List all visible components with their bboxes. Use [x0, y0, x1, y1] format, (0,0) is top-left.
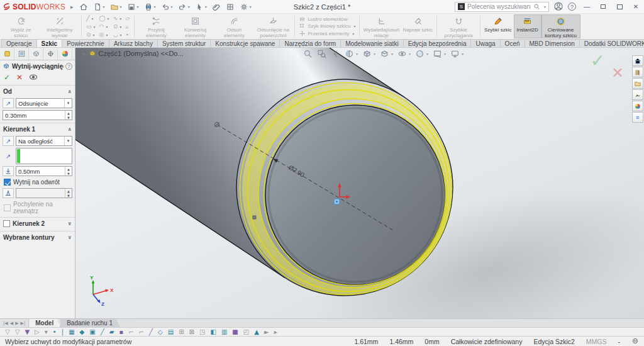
open-icon[interactable]: ▾ — [108, 1, 124, 13]
selection-filter-icon-3[interactable]: ▼ — [25, 329, 30, 335]
hide-show-icon[interactable]: ▾ — [397, 49, 411, 59]
command-tab-edycja-bezpo-rednia[interactable]: Edycja bezpośrednia — [403, 39, 472, 47]
command-tab-arkusz-blachy[interactable]: Arkusz blachy — [109, 39, 158, 47]
linear-sketch-pattern-button[interactable]: Szyk liniowy szkicu ▾ — [297, 23, 357, 30]
selection-filter-icon-9[interactable]: ◆ — [80, 329, 85, 335]
section-selected-contours[interactable]: Wybrane kontury∨ — [0, 232, 75, 242]
cylinder-face[interactable] — [265, 105, 445, 285]
sketch-tool-12[interactable]: ∙ — [125, 31, 131, 38]
attach-icon[interactable] — [210, 1, 223, 13]
feature-tree-root[interactable]: ▸ Część1 (Domyślna) <<Do... — [83, 50, 184, 57]
command-tab-mbd-dimension[interactable]: MBD Dimension — [525, 39, 580, 47]
tab-scroll-3[interactable]: ▶ — [15, 321, 18, 326]
zoom-fit-icon[interactable] — [303, 49, 313, 59]
draft-button[interactable] — [3, 188, 14, 198]
selection-filter-icon-27[interactable]: ► — [264, 329, 269, 335]
property-manager-tab[interactable] — [14, 48, 29, 60]
trim-entities-button[interactable]: Przytnij elementy ▾ — [136, 14, 175, 38]
sketch-tool-4[interactable]: ◯▾ — [98, 14, 111, 22]
selection-filter-icon-17[interactable]: ◇ — [158, 329, 163, 335]
resources-icon[interactable] — [632, 55, 643, 66]
draft-angle-input[interactable]: ▲▼ — [16, 188, 72, 198]
feature-manager-tab[interactable] — [0, 48, 14, 60]
tab-scroll-4[interactable]: ▶| — [21, 321, 26, 326]
selection-filter-icon-2[interactable]: ▽ — [15, 329, 20, 335]
mirror-entities-button[interactable]: Lustro elementów — [297, 16, 357, 23]
graphics-viewport[interactable]: Ø2.90 Y X — [75, 48, 644, 318]
close-button[interactable]: ✕ — [630, 2, 641, 12]
selection-filter-icon-15[interactable]: ⌐ — [139, 329, 144, 335]
selection-filter-icon-4[interactable]: ▷ — [35, 329, 40, 335]
collapse-icon[interactable]: ∧ — [68, 126, 72, 132]
file-explorer-icon[interactable] — [632, 78, 643, 89]
sketch-tool-5[interactable]: ◠▾ — [98, 23, 111, 30]
selection-filter-icon-7[interactable]: | — [62, 329, 64, 335]
section-from[interactable]: Od∧ — [0, 86, 75, 96]
confirm-cancel-icon[interactable]: ✕ — [611, 64, 624, 82]
command-tab-szkic[interactable]: Szkic — [36, 39, 63, 47]
selection-filter-icon-19[interactable]: ⊞ — [179, 329, 184, 335]
undo-icon[interactable]: ▾ — [159, 1, 175, 13]
direction-reference-listbox[interactable] — [16, 148, 72, 164]
selection-filter-icon-20[interactable]: ⊠ — [189, 329, 194, 335]
tree-expand-icon[interactable]: ▸ — [83, 50, 86, 57]
shaded-sketch-contours-button[interactable]: Cieniowane kontury szkicu — [541, 14, 580, 38]
section-direction1[interactable]: Kierunek 1∧ — [0, 123, 75, 134]
configuration-manager-tab[interactable] — [29, 48, 43, 60]
selection-filter-icon-23[interactable]: ▥ — [221, 329, 227, 335]
previous-view-icon[interactable] — [331, 49, 340, 59]
selection-filter-icon-28[interactable]: ▸ — [274, 329, 277, 335]
selection-filter-icon-16[interactable]: ╱ — [149, 329, 153, 335]
smart-dimension-button[interactable]: Inteligentny wymiar ▾ — [40, 14, 79, 38]
selection-filter-icon-21[interactable]: ◳ — [199, 329, 205, 335]
selection-filter-icon-26[interactable]: ▲ — [254, 329, 259, 335]
zoom-area-icon[interactable] — [317, 49, 326, 59]
units-selector[interactable]: MMGS — [586, 338, 607, 345]
appearances-scenes-icon[interactable] — [632, 101, 643, 111]
selection-filter-icon-6[interactable]: • — [53, 329, 57, 335]
repair-sketch-button[interactable]: Napraw szkic — [401, 14, 435, 38]
appearances-icon[interactable]: ▾ — [415, 49, 428, 59]
minimize-button[interactable]: — — [581, 2, 592, 12]
display-delete-relations-button[interactable]: Wyświetlaj/usuń relacje ▾ — [362, 14, 401, 38]
combo-arrow-icon[interactable]: ▾ — [64, 99, 72, 108]
section-direction2[interactable]: Kierunek 2 ∨ — [0, 218, 75, 228]
preview-eye-icon[interactable] — [29, 74, 38, 82]
quick-snaps-button[interactable]: Szybkie przyciągania ▾ — [439, 14, 478, 38]
selection-filter-icon-18[interactable]: ▤ — [168, 329, 174, 335]
cancel-button[interactable]: ✕ — [16, 73, 23, 82]
selection-filter-icon-14[interactable]: ⌐ — [128, 329, 133, 335]
command-tab-dodatki-solidworks[interactable]: Dodatki SOLIDWORKS — [579, 39, 644, 47]
bottom-tab-model[interactable]: Model — [29, 319, 60, 327]
flip-side-checkbox-row[interactable]: Wytnij na odwrót — [4, 179, 71, 186]
offset-on-surface-button[interactable]: Odsunięcie na powierzchni — [253, 14, 292, 38]
custom-properties-icon[interactable] — [632, 112, 643, 123]
redo-icon[interactable]: ▾ — [176, 1, 192, 13]
selection-filter-icon-24[interactable]: ■ — [232, 329, 238, 335]
bottom-tab-badanie-ruchu-1[interactable]: Badanie ruchu 1 — [60, 319, 119, 327]
settings-icon[interactable]: ▾ — [238, 1, 253, 13]
command-tab-konstrukcje-spawane[interactable]: Konstrukcje spawane — [210, 39, 280, 47]
flip-side-checkbox[interactable] — [4, 179, 11, 186]
dimxpert-manager-tab[interactable] — [43, 48, 58, 60]
print-icon[interactable]: ▾ — [142, 1, 158, 13]
instant2d-button[interactable]: Instant2D — [514, 14, 541, 38]
display-manager-tab[interactable] — [58, 48, 72, 60]
selection-filter-icon-22[interactable]: ◧ — [210, 329, 216, 335]
pattern-dropdown-icon[interactable]: ▾ — [353, 24, 355, 28]
confirm-ok-icon[interactable]: ✓ — [591, 50, 605, 71]
command-tab-oce-[interactable]: Oceń — [500, 39, 525, 47]
view-settings-icon[interactable]: ▾ — [450, 49, 464, 59]
sketch-tool-7[interactable]: ∿▾ — [112, 14, 123, 22]
design-library-icon[interactable] — [632, 67, 643, 77]
sketch-tool-11[interactable]: ▵ — [125, 23, 131, 30]
search-input[interactable]: S Polecenia wyszukiwania ▾ — [455, 2, 549, 12]
offset-entities-button[interactable]: Odsuń elementy — [214, 14, 253, 38]
sketch-tool-2[interactable]: ▭▾ — [85, 23, 97, 30]
depth-input[interactable]: 0.50mm▲▼ — [16, 166, 72, 176]
direction2-checkbox[interactable] — [3, 220, 10, 227]
scene-icon[interactable]: ▾ — [433, 49, 446, 59]
view-orientation-icon[interactable]: ▾ — [362, 49, 375, 59]
selection-filter-icon-1[interactable]: ▽ — [5, 329, 10, 335]
selection-filter-icon-5[interactable]: ▾ — [45, 329, 48, 335]
